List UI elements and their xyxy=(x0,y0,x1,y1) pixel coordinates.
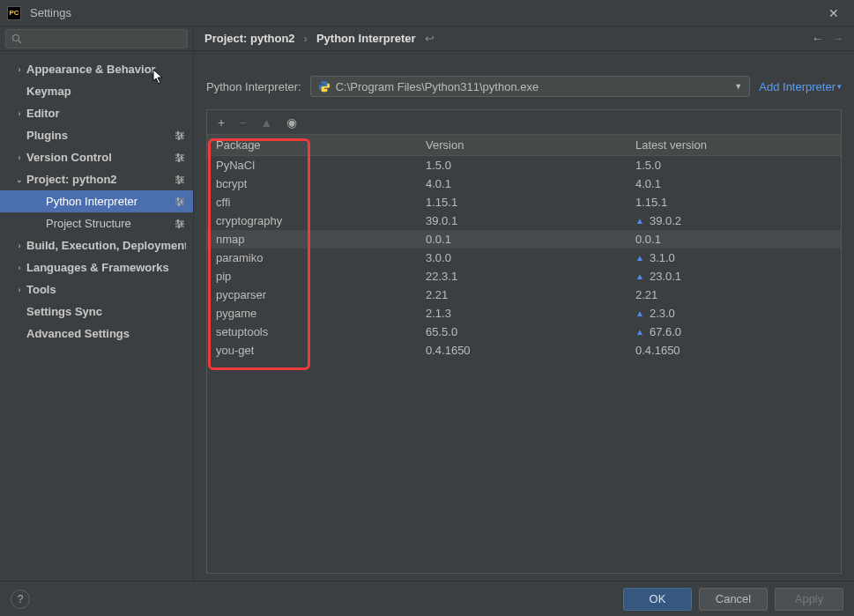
pycharm-icon: PC xyxy=(7,6,21,20)
table-row[interactable]: bcrypt4.0.14.0.1 xyxy=(207,174,841,193)
chevron-right-icon: › xyxy=(304,32,308,45)
chevron-icon: › xyxy=(12,241,26,250)
svg-rect-21 xyxy=(175,201,184,203)
close-icon[interactable]: ✕ xyxy=(821,6,847,20)
search-input[interactable] xyxy=(26,33,182,45)
svg-rect-12 xyxy=(181,156,182,160)
add-interpreter-link[interactable]: Add Interpreter▾ xyxy=(759,80,842,93)
svg-rect-25 xyxy=(178,203,180,206)
update-available-icon: ▲ xyxy=(635,271,644,281)
interpreter-path: C:\Program Files\Python311\python.exe xyxy=(336,80,730,93)
cell-latest: ▲23.0.1 xyxy=(627,270,841,283)
cell-latest: ▲39.0.2 xyxy=(627,214,841,227)
tree-item-build-execution-deployment[interactable]: ›Build, Execution, Deployment xyxy=(0,234,193,256)
tree-item-label: Languages & Frameworks xyxy=(26,261,186,274)
table-row[interactable]: PyNaCl1.5.01.5.0 xyxy=(207,156,841,174)
cell-package: pygame xyxy=(207,307,420,320)
cell-package: pycparser xyxy=(207,288,420,301)
search-icon xyxy=(11,33,22,44)
tree-item-plugins[interactable]: ›Plugins xyxy=(0,124,193,146)
svg-rect-20 xyxy=(175,198,184,200)
cell-latest: 2.21 xyxy=(627,288,841,301)
cell-version: 2.1.3 xyxy=(420,307,627,320)
forward-icon: → xyxy=(832,32,843,45)
settings-search[interactable] xyxy=(5,29,188,48)
table-row[interactable]: pycparser2.212.21 xyxy=(207,286,841,304)
cell-version: 4.0.1 xyxy=(420,177,627,190)
tree-item-label: Plugins xyxy=(26,129,170,142)
cell-package: PyNaCl xyxy=(207,159,420,172)
cell-latest: ▲3.1.0 xyxy=(627,251,841,264)
tree-item-project-python2[interactable]: ⌄Project: python2 xyxy=(0,168,193,190)
reset-icon[interactable]: ↩ xyxy=(425,32,434,45)
svg-rect-14 xyxy=(175,176,184,178)
ok-button[interactable]: OK xyxy=(623,588,692,611)
svg-point-0 xyxy=(13,35,19,41)
svg-rect-15 xyxy=(175,179,184,181)
packages-panel: + − ▲ ◉ Package Version Latest version P… xyxy=(206,109,842,574)
titlebar: PC Settings ✕ xyxy=(0,0,854,26)
cell-latest: 1.5.0 xyxy=(627,159,841,172)
table-row[interactable]: pygame2.1.3▲2.3.0 xyxy=(207,304,841,323)
packages-toolbar: + − ▲ ◉ xyxy=(207,110,841,135)
table-row[interactable]: nmap0.0.10.0.1 xyxy=(207,230,841,249)
tree-item-label: Version Control xyxy=(26,151,170,164)
col-latest[interactable]: Latest version xyxy=(627,138,841,152)
table-row[interactable]: setuptools65.5.0▲67.6.0 xyxy=(207,323,841,341)
table-row[interactable]: cffi1.15.11.15.1 xyxy=(207,193,841,212)
remove-package-icon: − xyxy=(239,115,246,130)
python-icon xyxy=(318,80,330,93)
svg-rect-31 xyxy=(178,225,180,228)
tree-item-label: Appearance & Behavior xyxy=(26,63,186,76)
cell-version: 3.0.0 xyxy=(420,251,627,264)
tree-item-settings-sync[interactable]: ›Settings Sync xyxy=(0,301,193,323)
cell-package: bcrypt xyxy=(207,177,420,190)
cancel-button[interactable]: Cancel xyxy=(699,588,768,611)
svg-rect-19 xyxy=(178,181,180,184)
svg-rect-5 xyxy=(177,131,179,135)
tree-item-appearance-behavior[interactable]: ›Appearance & Behavior xyxy=(0,58,193,80)
svg-rect-7 xyxy=(178,137,180,140)
interpreter-label: Python Interpreter: xyxy=(206,80,301,93)
svg-rect-26 xyxy=(175,220,184,222)
tree-item-python-interpreter[interactable]: ›Python Interpreter xyxy=(0,190,193,212)
tree-item-version-control[interactable]: ›Version Control xyxy=(0,146,193,168)
tree-item-editor[interactable]: ›Editor xyxy=(0,102,193,124)
tree-item-languages-frameworks[interactable]: ›Languages & Frameworks xyxy=(0,256,193,278)
col-version[interactable]: Version xyxy=(420,138,627,152)
tree-item-label: Project Structure xyxy=(46,217,170,230)
tree-item-tools[interactable]: ›Tools xyxy=(0,278,193,301)
tree-item-project-structure[interactable]: ›Project Structure xyxy=(0,212,193,234)
tree-item-advanced-settings[interactable]: ›Advanced Settings xyxy=(0,323,193,345)
col-package[interactable]: Package xyxy=(207,138,420,152)
packages-table[interactable]: Package Version Latest version PyNaCl1.5… xyxy=(207,135,841,573)
upgrade-package-icon: ▲ xyxy=(260,115,272,130)
table-row[interactable]: paramiko3.0.0▲3.1.0 xyxy=(207,249,841,267)
back-icon[interactable]: ← xyxy=(812,32,823,45)
cell-version: 1.15.1 xyxy=(420,196,627,209)
add-package-icon[interactable]: + xyxy=(218,115,225,130)
interpreter-dropdown[interactable]: C:\Program Files\Python311\python.exe ▼ xyxy=(310,76,751,97)
svg-rect-18 xyxy=(181,178,182,182)
cell-latest: 0.4.1650 xyxy=(627,344,841,357)
chevron-icon: › xyxy=(12,109,26,118)
svg-rect-23 xyxy=(177,197,179,201)
cell-package: cffi xyxy=(207,196,420,209)
header-row: Project: python2 › Python Interpreter ↩ … xyxy=(0,26,854,51)
cell-version: 0.0.1 xyxy=(420,233,627,246)
help-button[interactable]: ? xyxy=(11,590,30,609)
svg-rect-27 xyxy=(175,223,184,225)
tree-item-label: Settings Sync xyxy=(26,305,186,318)
table-row[interactable]: you-get0.4.16500.4.1650 xyxy=(207,341,841,360)
chevron-icon: › xyxy=(12,65,26,74)
tree-item-label: Project: python2 xyxy=(26,173,170,186)
cell-latest: ▲67.6.0 xyxy=(627,325,841,338)
tree-item-keymap[interactable]: ›Keymap xyxy=(0,80,193,102)
settings-tree[interactable]: ›Appearance & Behavior›Keymap›Editor›Plu… xyxy=(0,51,194,581)
dialog-footer: ? OK Cancel Apply xyxy=(0,581,854,616)
table-row[interactable]: cryptography39.0.1▲39.0.2 xyxy=(207,212,841,230)
svg-rect-30 xyxy=(181,222,182,226)
cell-latest: 0.0.1 xyxy=(627,233,841,246)
show-early-releases-icon[interactable]: ◉ xyxy=(286,115,297,130)
table-row[interactable]: pip22.3.1▲23.0.1 xyxy=(207,267,841,286)
